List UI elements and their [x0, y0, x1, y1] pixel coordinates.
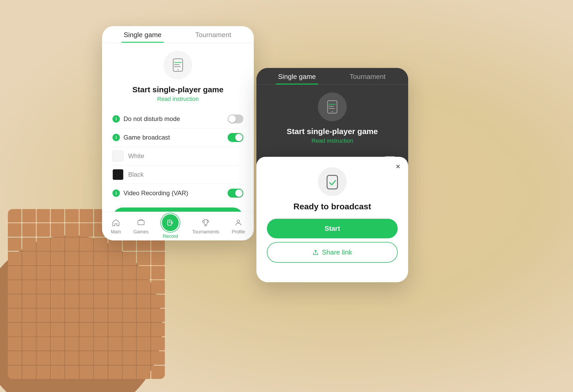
- bg-grid-cell: [51, 366, 64, 379]
- bg-grid-cell: [37, 238, 50, 251]
- phone2-subtitle[interactable]: Read instruction: [312, 137, 353, 144]
- nav-record[interactable]: Record: [161, 213, 180, 239]
- bg-grid-cell: [37, 366, 50, 379]
- bg-grid-cell: [8, 266, 21, 279]
- color-label-black: Black: [128, 171, 144, 178]
- bg-grid-cell: [22, 238, 36, 251]
- bg-grid-cell: [80, 252, 93, 265]
- trophy-icon: [201, 218, 211, 228]
- bg-grid-cell: [137, 323, 150, 336]
- bg-grid-cell: [65, 209, 79, 222]
- bg-grid-cell: [80, 238, 93, 251]
- nav-tournaments[interactable]: Tournaments: [192, 218, 219, 235]
- svg-point-4: [177, 69, 178, 70]
- bg-grid-cell: [8, 366, 21, 379]
- start-button[interactable]: Start: [267, 219, 398, 238]
- bg-grid-cell: [37, 351, 50, 365]
- phone-icon-container: [164, 51, 192, 79]
- bg-grid-cell: [94, 366, 108, 379]
- phone1-subtitle[interactable]: Read instruction: [157, 96, 199, 102]
- bg-grid-cell: [22, 366, 36, 379]
- bg-grid-cell: [8, 209, 21, 222]
- bg-grid-cell: [94, 295, 108, 308]
- bg-grid-cell: [108, 351, 122, 365]
- bg-grid-cell: [137, 252, 150, 265]
- bg-grid-cell: [80, 280, 93, 293]
- nav-tournaments-label: Tournaments: [192, 229, 219, 235]
- bg-grid-cell: [37, 252, 50, 265]
- modal-close-button[interactable]: ×: [396, 163, 400, 170]
- bg-grid-cell: [51, 238, 64, 251]
- bg-grid-cell: [123, 295, 136, 308]
- bg-grid-cell: [108, 323, 122, 336]
- bg-grid-cell: [80, 209, 93, 222]
- bg-grid-cell: [22, 295, 36, 308]
- bg-grid-cell: [137, 366, 150, 379]
- bg-grid-cell: [37, 309, 50, 322]
- bg-grid-cell: [80, 337, 93, 350]
- bg-grid-cell: [123, 323, 136, 336]
- bg-grid-cell: [8, 295, 21, 308]
- bg-grid-cell: [37, 295, 50, 308]
- setting-label-video: Video Recording (VAR): [123, 189, 228, 197]
- bg-grid-cell: [123, 351, 136, 365]
- bg-grid-cell: [108, 295, 122, 308]
- bg-grid-cell: [51, 323, 64, 336]
- bg-grid-cell: [151, 295, 165, 308]
- toggle-broadcast[interactable]: [228, 133, 243, 142]
- toggle-video[interactable]: [228, 189, 243, 198]
- share-link-button[interactable]: Share link: [267, 242, 398, 263]
- setting-broadcast: i Game broadcast: [113, 128, 243, 147]
- bg-grid-cell: [37, 266, 50, 279]
- bg-grid-cell: [51, 337, 64, 350]
- tab-tournament-2[interactable]: Tournament: [332, 68, 403, 84]
- bg-grid-cell: [94, 323, 108, 336]
- bg-grid-cell: [108, 366, 122, 379]
- info-icon-broadcast[interactable]: i: [113, 134, 120, 141]
- bg-grid-cell: [37, 337, 50, 350]
- bg-grid-cell: [8, 309, 21, 322]
- bottom-nav-1: Main Games Recor: [102, 212, 254, 240]
- bg-grid-cell: [80, 295, 93, 308]
- bg-grid-cell: [123, 280, 136, 293]
- bg-grid-cell: [137, 337, 150, 350]
- bg-grid-cell: [94, 280, 108, 293]
- info-icon-dnd[interactable]: i: [113, 115, 120, 123]
- bg-grid-cell: [123, 337, 136, 350]
- nav-profile-label: Profile: [232, 229, 245, 235]
- bg-grid-cell: [80, 266, 93, 279]
- bg-grid-cell: [94, 351, 108, 365]
- bg-grid-cell: [108, 337, 122, 350]
- tab-single-game-2[interactable]: Single game: [262, 68, 332, 84]
- bg-grid-cell: [94, 337, 108, 350]
- bg-grid-cell: [22, 351, 36, 365]
- bg-grid-cell: [65, 309, 79, 322]
- info-icon-video[interactable]: i: [113, 189, 120, 197]
- toggle-dnd[interactable]: [228, 114, 243, 123]
- svg-rect-20: [327, 175, 338, 189]
- tab-tournament-1[interactable]: Tournament: [178, 26, 249, 43]
- bg-grid-cell: [123, 252, 136, 265]
- bg-grid-cell: [65, 351, 79, 365]
- color-row-white[interactable]: White: [113, 147, 243, 165]
- bg-grid-cell: [51, 309, 64, 322]
- bg-grid-cell: [65, 238, 79, 251]
- nav-main[interactable]: Main: [111, 218, 121, 235]
- color-row-black[interactable]: Black: [113, 165, 243, 184]
- tab-single-game-1[interactable]: Single game: [107, 26, 178, 43]
- phone-2: Single game Tournament Start single-play…: [256, 68, 408, 282]
- nav-games[interactable]: Games: [133, 218, 149, 235]
- bg-grid-cell: [8, 238, 21, 251]
- tab-header-1: Single game Tournament: [102, 26, 254, 43]
- setting-dnd: i Do not disturb mode: [113, 110, 243, 128]
- bg-grid-cell: [108, 266, 122, 279]
- person-icon: [233, 218, 243, 228]
- bg-grid-cell: [37, 223, 50, 237]
- bg-grid-cell: [37, 280, 50, 293]
- bg-grid-cell: [51, 252, 64, 265]
- bg-grid-cell: [80, 223, 93, 237]
- bg-grid-cell: [51, 266, 64, 279]
- setting-label-broadcast: Game broadcast: [123, 134, 228, 141]
- bg-grid-cell: [8, 323, 21, 336]
- nav-profile[interactable]: Profile: [232, 218, 245, 235]
